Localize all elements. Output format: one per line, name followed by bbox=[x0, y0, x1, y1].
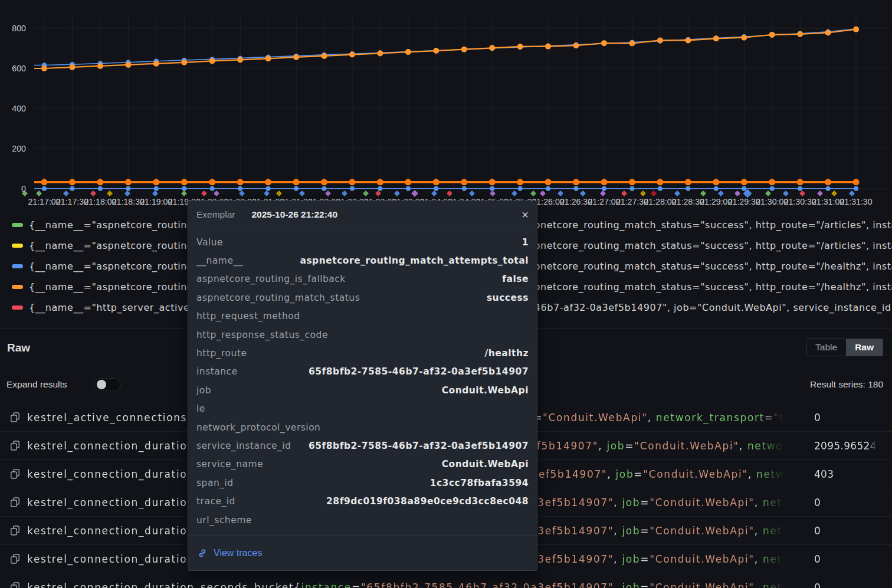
series-point[interactable] bbox=[462, 186, 467, 191]
exemplar-marker[interactable] bbox=[239, 190, 245, 196]
series-point[interactable] bbox=[350, 186, 355, 191]
exemplar-marker[interactable] bbox=[447, 190, 452, 196]
series-point[interactable] bbox=[798, 186, 802, 191]
series-point[interactable] bbox=[41, 179, 48, 185]
series-point[interactable] bbox=[741, 35, 747, 41]
series-point[interactable] bbox=[293, 54, 299, 60]
series-point[interactable] bbox=[265, 55, 271, 61]
series-point[interactable] bbox=[489, 179, 496, 185]
exemplar-marker[interactable] bbox=[558, 190, 563, 196]
series-point[interactable] bbox=[546, 186, 550, 191]
series-point[interactable] bbox=[518, 186, 523, 191]
series-point[interactable] bbox=[714, 186, 719, 191]
exemplar-marker[interactable] bbox=[511, 190, 517, 196]
series-point[interactable] bbox=[797, 31, 803, 37]
exemplar-marker[interactable] bbox=[36, 190, 42, 196]
exemplar-marker[interactable] bbox=[325, 190, 331, 196]
exemplar-marker[interactable] bbox=[817, 190, 823, 196]
series-point[interactable] bbox=[825, 179, 831, 185]
series-point[interactable] bbox=[742, 186, 746, 191]
exemplar-marker[interactable] bbox=[152, 190, 158, 196]
series-point[interactable] bbox=[741, 179, 747, 185]
exemplar-marker[interactable] bbox=[276, 190, 282, 196]
series-point[interactable] bbox=[405, 49, 411, 55]
series-point[interactable] bbox=[322, 186, 327, 191]
series-point[interactable] bbox=[433, 179, 440, 185]
series-point[interactable] bbox=[685, 179, 691, 185]
series-point[interactable] bbox=[601, 179, 608, 185]
exemplar-marker[interactable] bbox=[530, 190, 536, 196]
exemplar-marker[interactable] bbox=[394, 190, 400, 196]
series-point[interactable] bbox=[125, 179, 132, 185]
series-point[interactable] bbox=[406, 186, 411, 191]
series-point[interactable] bbox=[321, 179, 327, 185]
toggle-option-table[interactable]: Table bbox=[806, 339, 846, 356]
series-point[interactable] bbox=[490, 186, 494, 191]
exemplar-marker[interactable] bbox=[734, 190, 740, 196]
exemplar-marker[interactable] bbox=[490, 190, 496, 196]
exemplar-marker[interactable] bbox=[375, 190, 381, 196]
series-point[interactable] bbox=[69, 179, 76, 185]
series-point[interactable] bbox=[713, 179, 719, 185]
exemplar-marker[interactable] bbox=[411, 190, 418, 197]
series-point[interactable] bbox=[545, 44, 551, 50]
series-point[interactable] bbox=[97, 179, 103, 185]
series-point[interactable] bbox=[433, 48, 439, 54]
exemplar-marker[interactable] bbox=[181, 190, 187, 196]
series-point[interactable] bbox=[322, 53, 327, 59]
series-point[interactable] bbox=[405, 179, 411, 185]
series-point[interactable] bbox=[210, 186, 215, 191]
series-point[interactable] bbox=[769, 32, 775, 38]
series-point[interactable] bbox=[685, 37, 691, 43]
copy-icon[interactable] bbox=[9, 440, 21, 454]
copy-icon[interactable] bbox=[9, 468, 21, 482]
series-point[interactable] bbox=[461, 179, 467, 185]
series-point[interactable] bbox=[293, 179, 300, 185]
exemplar-marker[interactable] bbox=[201, 190, 207, 196]
exemplar-marker[interactable] bbox=[363, 190, 369, 196]
series-point[interactable] bbox=[238, 186, 242, 191]
series-point[interactable] bbox=[434, 186, 438, 191]
series-point[interactable] bbox=[98, 186, 103, 191]
series-point[interactable] bbox=[153, 61, 159, 67]
exemplar-marker[interactable] bbox=[600, 190, 606, 196]
series-point[interactable] bbox=[153, 179, 159, 185]
toggle-option-raw[interactable]: Raw bbox=[846, 339, 883, 356]
exemplar-marker[interactable] bbox=[469, 190, 475, 196]
series-point[interactable] bbox=[825, 29, 831, 35]
series-point[interactable] bbox=[378, 186, 382, 191]
exemplar-marker[interactable] bbox=[264, 190, 270, 196]
series-point[interactable] bbox=[377, 179, 383, 185]
series-point[interactable] bbox=[629, 186, 634, 191]
exemplar-marker[interactable] bbox=[63, 190, 69, 196]
series-point[interactable] bbox=[377, 51, 383, 57]
exemplar-marker[interactable] bbox=[799, 190, 805, 196]
series-point[interactable] bbox=[181, 60, 187, 65]
series-point[interactable] bbox=[70, 186, 74, 191]
exemplar-marker[interactable] bbox=[651, 190, 657, 196]
time-series-chart[interactable]: 21:17:0021:17:3021:18:0021:18:3021:19:00… bbox=[0, 0, 892, 212]
series-point[interactable] bbox=[854, 186, 858, 191]
exemplar-marker[interactable] bbox=[640, 190, 646, 196]
series-point[interactable] bbox=[461, 47, 467, 52]
exemplar-marker[interactable] bbox=[214, 190, 219, 196]
series-point[interactable] bbox=[42, 186, 47, 191]
series-point[interactable] bbox=[517, 44, 523, 50]
series-point[interactable] bbox=[713, 35, 719, 41]
series-point[interactable] bbox=[602, 186, 606, 191]
series-point[interactable] bbox=[41, 65, 47, 71]
series-point[interactable] bbox=[601, 40, 607, 46]
series-point[interactable] bbox=[489, 45, 495, 51]
series-point[interactable] bbox=[574, 186, 579, 191]
series-point[interactable] bbox=[237, 179, 244, 185]
series-point[interactable] bbox=[629, 179, 635, 185]
series-point[interactable] bbox=[294, 186, 299, 191]
exemplar-marker[interactable] bbox=[124, 190, 130, 196]
series-point[interactable] bbox=[237, 57, 243, 63]
series-point[interactable] bbox=[770, 186, 775, 191]
series-point[interactable] bbox=[97, 63, 103, 69]
series-point[interactable] bbox=[182, 186, 186, 191]
exemplar-marker[interactable] bbox=[299, 190, 305, 196]
expand-results-switch[interactable] bbox=[94, 378, 121, 391]
series-point[interactable] bbox=[265, 179, 271, 185]
